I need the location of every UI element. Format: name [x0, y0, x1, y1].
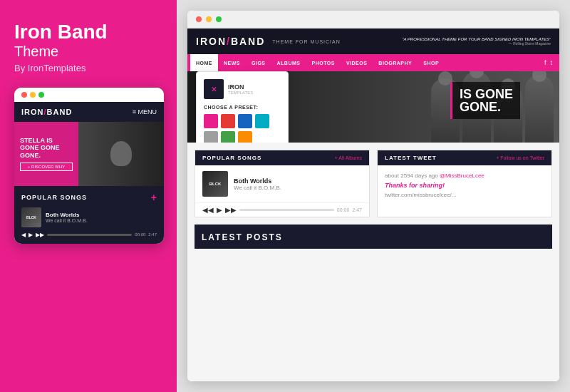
desktop-nav-biography[interactable]: BIOGRAPHY [373, 54, 418, 71]
tweet-content: about 2594 days ago @MissBruceLcee Thank… [378, 165, 551, 205]
mobile-song-item: BLCK Both Worlds We call it B.O.M.B. [21, 207, 157, 227]
cp-preset-label: CHOOSE A PRESET: [204, 105, 281, 110]
mobile-song-desc: We call it B.O.M.B. [46, 218, 157, 223]
desktop-nav-gigs[interactable]: GIGS [246, 54, 271, 71]
color-swatch-green[interactable] [221, 131, 235, 143]
mobile-hero: STELLA IS GONE GONE GONE. + DISCOVER WHY [14, 122, 164, 186]
desktop-quote-area: "A PROFESSIONAL THEME FOR YOUR BAND SIGN… [402, 37, 551, 46]
mobile-menu-button[interactable]: ≡ MENU [133, 108, 157, 115]
desktop-hero-area: IRON/BAND THEME FOR MUSICIAN "A PROFESSI… [187, 29, 559, 143]
play-button[interactable]: ▶ [28, 232, 33, 238]
tweet-body: Thanks for sharing! [385, 182, 544, 189]
color-swatch-orange[interactable] [238, 131, 252, 143]
cp-logo-sub: IRON TEMPLATES [228, 83, 253, 95]
time-current-display: 00:00 [337, 207, 350, 212]
next-button[interactable]: ▶▶ [36, 232, 44, 238]
popular-songs-box: POPULAR SONGS + All Albums BLCK Both Wor… [195, 150, 370, 217]
mobile-hero-image [78, 122, 164, 186]
desktop-top-bar [187, 11, 559, 29]
desktop-nav-shop[interactable]: SHOP [418, 54, 445, 71]
all-albums-link[interactable]: + All Albums [335, 155, 362, 160]
skull-decoration [110, 141, 132, 166]
cp-icon-text: ✕ [211, 86, 217, 93]
mobile-song-info: Both Worlds We call it B.O.M.B. [46, 212, 157, 223]
desktop-dot-red [196, 16, 202, 22]
desktop-bottom-grid: POPULAR SONGS + All Albums BLCK Both Wor… [187, 143, 559, 225]
color-swatch-cyan[interactable] [255, 114, 269, 128]
desktop-quote-attr: — Rolling Stone Magazine [402, 41, 551, 46]
cp-templates-text: TEMPLATES [228, 91, 253, 95]
brand-by: By IronTemplates [14, 63, 162, 73]
popular-songs-header: POPULAR SONGS + All Albums [195, 150, 369, 165]
desktop-mockup: IRON/BAND THEME FOR MUSICIAN "A PROFESSI… [187, 11, 559, 381]
desktop-dot-yellow [206, 16, 212, 22]
prev-ctrl[interactable]: ◀◀ [202, 206, 214, 214]
mobile-mockup: IRON/BAND ≡ MENU STELLA IS GONE GONE GON… [14, 88, 164, 244]
desktop-dot-green [216, 16, 222, 22]
mobile-player-controls[interactable]: ◀ ▶ ▶▶ 00:00 2:47 [21, 232, 157, 238]
brand-title: Iron Band [14, 21, 162, 43]
player-row[interactable]: ◀◀ ▶ ▶▶ 00:00 2:47 [195, 203, 369, 217]
hero-text-overlay: IS GONE GONE. [450, 82, 520, 119]
desktop-content: POPULAR SONGS + All Albums BLCK Both Wor… [187, 143, 559, 381]
cp-colors-row-1 [204, 114, 281, 128]
time-total: 2:47 [148, 232, 157, 237]
prev-button[interactable]: ◀ [21, 232, 26, 238]
mobile-album-thumb: BLCK [21, 207, 41, 227]
brand-subtitle: Theme [14, 43, 162, 60]
color-picker-popup: ✕ IRON TEMPLATES CHOOSE A PRESET: [196, 71, 289, 143]
latest-posts-bar: LATEST POSTS [195, 225, 552, 249]
mobile-songs-header: POPULAR SONGS + [21, 192, 157, 203]
tweet-header: LATEST TWEET + Follow us on Twitter [378, 150, 551, 165]
mobile-hero-text: STELLA IS GONE GONE GONE. [20, 137, 73, 160]
time-current: 00:00 [135, 232, 145, 237]
mobile-hero-overlay: STELLA IS GONE GONE GONE. + DISCOVER WHY [14, 122, 78, 186]
latest-posts-title: LATEST POSTS [202, 232, 283, 242]
tweet-section-title: LATEST TWEET [385, 155, 437, 161]
desktop-logo: IRON/BAND [196, 36, 265, 47]
dot-red [21, 92, 27, 98]
mobile-top-bar [14, 88, 164, 102]
desktop-nav-news[interactable]: NEWS [218, 54, 246, 71]
band-figure-4 [525, 75, 554, 143]
mobile-nav: IRON/BAND ≡ MENU [14, 102, 164, 122]
hero-main-text-line2: GONE. [460, 100, 513, 113]
cp-colors-row-2 [204, 131, 281, 143]
mobile-discover-button[interactable]: + DISCOVER WHY [20, 163, 73, 171]
hero-main-text-line1: IS GONE [460, 88, 513, 100]
desktop-nav-videos[interactable]: VIDEOS [341, 54, 373, 71]
progress-bar [47, 234, 132, 236]
tweet-time: about 2594 days ago @MissBruceLcee [385, 172, 544, 179]
color-swatch-gray[interactable] [204, 131, 218, 143]
color-swatch-blue[interactable] [238, 114, 252, 128]
tweet-link[interactable]: twitter.com/missbrucelcee/... [385, 192, 544, 198]
cp-logo-box: ✕ [204, 79, 224, 99]
brand-info: Iron Band Theme By IronTemplates [14, 21, 162, 73]
album-thumb: BLCK [202, 171, 228, 197]
next-ctrl[interactable]: ▶▶ [225, 206, 237, 214]
progress-track [239, 209, 334, 211]
cp-icon-row: ✕ IRON TEMPLATES [204, 79, 281, 99]
color-swatch-pink[interactable] [204, 114, 218, 128]
desktop-nav: HOME NEWS GIGS ALBUMS PHOTOS VIDEOS BIOG… [187, 54, 559, 71]
left-panel: Iron Band Theme By IronTemplates IRON/BA… [0, 0, 177, 392]
popular-songs-title: POPULAR SONGS [202, 155, 261, 161]
mobile-logo: IRON/BAND [21, 108, 72, 116]
song-subtitle: We call it B.O.M.B. [234, 185, 362, 191]
tweet-handle: @MissBruceLcee [440, 172, 484, 179]
twitter-icon[interactable]: t [550, 59, 552, 66]
right-panel: IRON/BAND THEME FOR MUSICIAN "A PROFESSI… [177, 0, 570, 392]
desktop-header-bar: IRON/BAND THEME FOR MUSICIAN "A PROFESSI… [187, 29, 559, 54]
desktop-tagline: THEME FOR MUSICIAN [272, 39, 340, 44]
song-details: Both Worlds We call it B.O.M.B. [234, 177, 362, 191]
desktop-nav-albums[interactable]: ALBUMS [271, 54, 306, 71]
song-row: BLCK Both Worlds We call it B.O.M.B. [195, 165, 369, 203]
follow-twitter-link[interactable]: + Follow us on Twitter [496, 155, 544, 160]
cp-iron-text: IRON [228, 83, 253, 91]
song-title: Both Worlds [234, 177, 362, 185]
desktop-nav-photos[interactable]: PHOTOS [306, 54, 340, 71]
play-ctrl[interactable]: ▶ [217, 206, 222, 214]
color-swatch-red[interactable] [221, 114, 235, 128]
facebook-icon[interactable]: f [544, 59, 546, 66]
desktop-nav-home[interactable]: HOME [190, 54, 218, 71]
